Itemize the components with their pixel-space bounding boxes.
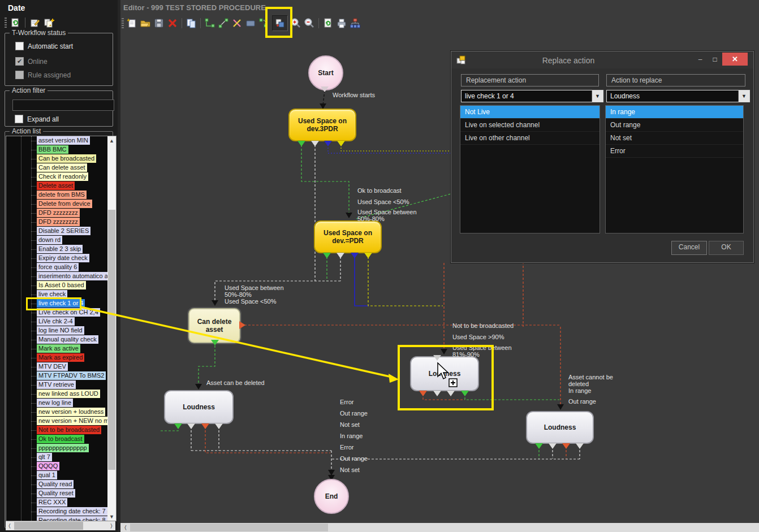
list-option[interactable]: In range (606, 106, 743, 119)
chevron-down-icon[interactable]: ▼ (738, 90, 749, 102)
action-list-item[interactable]: Ok to broadcast (6, 435, 116, 444)
node-start[interactable]: Start (308, 55, 343, 90)
connector-red[interactable] (419, 391, 427, 396)
cut-tool-icon[interactable] (231, 18, 243, 29)
connector-white[interactable] (337, 253, 344, 258)
replace-action-icon[interactable] (274, 18, 286, 29)
action-list-vertical-scrollbar[interactable]: ▲ ▼ (107, 136, 116, 521)
connector-white[interactable] (187, 423, 195, 429)
action-list-item[interactable]: down rd (6, 236, 116, 245)
scroll-up-arrow[interactable]: ▲ (107, 136, 116, 145)
action-list-item[interactable]: Quality reset (6, 489, 116, 498)
edit-report-icon[interactable] (29, 17, 41, 28)
polyline-tool-icon[interactable] (204, 18, 215, 29)
canvas-horizontal-scrollbar[interactable]: 〈 (120, 523, 759, 532)
list-option[interactable]: Live on selected channel (460, 119, 600, 132)
action-list-item[interactable]: new version + NEW no med (6, 417, 116, 426)
action-list-item[interactable]: Mark as expired (6, 353, 116, 362)
node-loudness-left[interactable]: Loudness (164, 390, 234, 424)
node-used-space-3pdr[interactable]: Used Space on dev.3PDR (288, 109, 356, 141)
connector-white[interactable] (447, 391, 455, 396)
ok-button[interactable]: OK (709, 241, 744, 255)
toolbar-grip[interactable] (122, 18, 124, 28)
connector-green[interactable] (323, 253, 331, 258)
start-output-connector[interactable] (321, 86, 329, 92)
close-button[interactable]: ✕ (722, 53, 748, 66)
chevron-down-icon[interactable]: ▼ (592, 90, 603, 102)
hierarchy-icon[interactable] (350, 18, 361, 29)
scroll-thumb[interactable] (108, 210, 115, 470)
toolbar-grip[interactable] (5, 18, 7, 28)
action-list-item[interactable]: inserimento automatico asse (6, 272, 116, 281)
action-list-item[interactable]: DFD zzzzzzzz (6, 218, 116, 227)
action-list-item[interactable]: MTV DEV (6, 362, 116, 371)
action-list-item[interactable]: new log line (6, 399, 116, 408)
checkbox-online[interactable]: ✔ Online (15, 57, 48, 66)
action-list-item[interactable]: MTV retrieve (6, 380, 116, 390)
scroll-down-arrow[interactable]: ▼ (107, 512, 116, 521)
connector-white[interactable] (576, 443, 584, 449)
rectangle-tool-icon[interactable] (245, 18, 256, 29)
scroll-thumb[interactable] (14, 522, 83, 530)
minimize-button[interactable]: – (695, 54, 706, 66)
action-list-item[interactable]: Is Asset 0 based (6, 281, 116, 290)
action-list-item[interactable]: Recording date check: 7 da (6, 507, 116, 516)
connector-white[interactable] (311, 141, 319, 146)
connector-green[interactable] (174, 423, 182, 429)
maximize-button[interactable]: □ (709, 54, 721, 66)
action-list-item[interactable]: pppppppppppppp (6, 444, 116, 453)
action-list-item[interactable]: live check (6, 290, 116, 299)
action-list-item[interactable]: asset version MIN (6, 136, 116, 145)
checkbox-automatic-start[interactable]: Automatic start (15, 42, 73, 50)
checkbox-box[interactable]: ✔ (15, 57, 24, 66)
list-option[interactable]: Not Live (460, 106, 600, 119)
connector-yellow[interactable] (364, 253, 372, 258)
zoom-out-icon[interactable] (304, 18, 315, 29)
connector-blue[interactable] (351, 253, 359, 258)
checkbox-box[interactable] (15, 115, 23, 123)
connector-red[interactable] (562, 443, 570, 449)
line-tool-icon[interactable] (218, 18, 229, 29)
connector-tool-icon[interactable] (258, 18, 270, 29)
action-list-item[interactable]: Not to be broadcasted (6, 426, 116, 435)
action-list-item[interactable]: force quality 6 (6, 263, 116, 272)
action-to-replace-combobox[interactable]: Loudness ▼ (606, 90, 750, 102)
cancel-button[interactable]: Cancel (671, 241, 707, 255)
refresh-icon[interactable] (10, 17, 21, 28)
action-list-item[interactable]: Recording date check: 8 da (6, 516, 116, 521)
action-list-item[interactable]: qlt 7 (6, 453, 116, 462)
action-list-item[interactable]: new linked ass LOUD (6, 390, 116, 399)
action-list-item[interactable]: Can be broadcasted (6, 154, 116, 163)
list-option[interactable]: Not set (606, 132, 743, 145)
scroll-thumb[interactable] (130, 524, 328, 531)
checkbox-rule-assigned[interactable]: Rule assigned (15, 71, 71, 79)
checkbox-box[interactable] (15, 42, 24, 50)
delete-icon[interactable] (167, 18, 178, 29)
action-list-item[interactable]: LiVe check on CH 2,4 (6, 308, 116, 317)
action-list-item[interactable]: Delete from device (6, 200, 116, 209)
scroll-left-arrow[interactable]: 〈 (6, 521, 14, 530)
checkbox-box[interactable] (15, 71, 24, 79)
action-list-item[interactable]: BBB BMC (6, 145, 116, 154)
action-list-item[interactable]: MTV FTPADV To BMS2 (6, 371, 116, 380)
scroll-left-arrow[interactable]: 〈 (122, 523, 130, 532)
list-option[interactable]: Error (606, 145, 743, 158)
dialog-titlebar[interactable]: Replace action – □ ✕ (451, 51, 753, 68)
list-option[interactable]: Out range (606, 119, 743, 132)
connector-white[interactable] (433, 391, 441, 396)
print-icon[interactable] (336, 18, 347, 29)
action-list-item[interactable]: Delete asset (6, 181, 116, 191)
connector-white[interactable] (549, 443, 557, 449)
validate-icon[interactable] (322, 18, 334, 29)
action-list-item[interactable]: delete from BMS (6, 191, 116, 200)
scroll-right-arrow[interactable]: 〉 (107, 521, 115, 530)
action-list-horizontal-scrollbar[interactable]: 〈 〉 (6, 521, 115, 530)
node-can-delete-asset[interactable]: Can delete asset (188, 308, 240, 343)
action-filter-input[interactable] (12, 100, 114, 111)
add-copy-icon[interactable] (44, 17, 55, 28)
node-loudness-right[interactable]: Loudness (526, 411, 594, 444)
action-list-item[interactable]: new version + loudness (6, 408, 116, 417)
replace-action-button[interactable] (272, 15, 288, 31)
new-document-icon[interactable] (126, 18, 137, 29)
action-list-item[interactable]: log line NO field (6, 326, 116, 335)
